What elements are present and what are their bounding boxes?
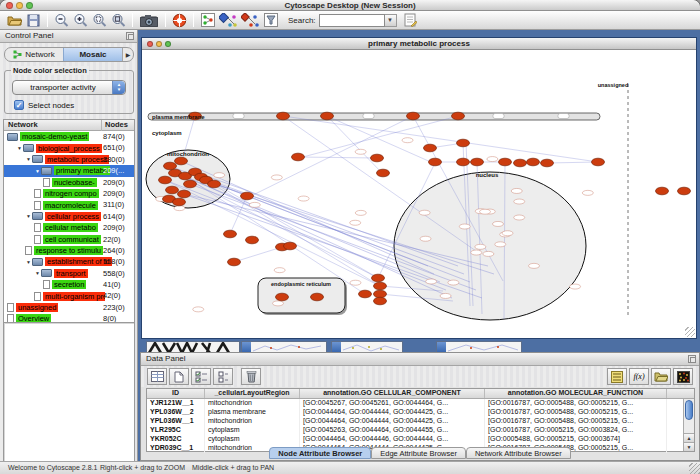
table-cell[interactable]: YKR052C	[147, 435, 205, 444]
tab-network[interactable]: Network	[5, 48, 63, 61]
table-cell[interactable]: YLR295C	[147, 426, 205, 435]
network-node[interactable]	[402, 138, 413, 143]
network-node[interactable]	[514, 159, 527, 167]
tree-row[interactable]: cell communicat22(0)	[4, 234, 134, 245]
float-panel-icon[interactable]	[126, 32, 134, 40]
network-node[interactable]	[311, 293, 324, 301]
new-attribute-icon[interactable]	[169, 368, 189, 385]
network-node[interactable]	[174, 206, 185, 211]
network-node[interactable]	[166, 186, 179, 194]
network-node[interactable]	[363, 114, 374, 119]
tree-row[interactable]: secretion41(0)	[4, 279, 134, 290]
attribute-list-icon[interactable]	[607, 368, 627, 385]
network-node[interactable]	[529, 263, 540, 268]
network-node[interactable]	[284, 242, 297, 250]
network-node[interactable]	[457, 139, 470, 147]
table-cell[interactable]: [GO:0045263, GO:0044464, GO:0044455, G..…	[300, 426, 485, 435]
table-cell[interactable]: [GO:0016787, GO:0005488, GO:0005215, G..…	[485, 408, 667, 417]
network-node[interactable]	[407, 112, 420, 120]
expander-icon[interactable]: ▼	[25, 156, 32, 162]
tab-edge-attribute-browser[interactable]: Edge Attribute Browser	[371, 447, 466, 459]
table-cell[interactable]: [GO:0044464, GO:0044444, GO:0044425, G..…	[300, 417, 485, 426]
network-node[interactable]	[480, 209, 491, 214]
tree-row[interactable]: mosaic-demo-yeast874(0)	[4, 131, 134, 142]
network-canvas[interactable]: plasma membranecytoplasmmitochondrionnuc…	[143, 51, 695, 337]
table-cell[interactable]: YPL036W__1	[147, 417, 205, 426]
col-id[interactable]: ID	[147, 389, 205, 398]
network-node[interactable]	[511, 188, 522, 193]
float-panel-icon[interactable]	[688, 355, 696, 363]
network-node[interactable]	[241, 192, 254, 200]
network-node[interactable]	[184, 180, 197, 188]
network-node[interactable]	[419, 210, 430, 215]
network-node[interactable]	[558, 114, 569, 119]
network-node[interactable]	[350, 220, 361, 225]
frame-resize-grip[interactable]	[685, 327, 695, 337]
network-node[interactable]	[471, 158, 484, 166]
network-node[interactable]	[514, 199, 525, 204]
expander-icon[interactable]: ▼	[16, 145, 23, 151]
table-cell[interactable]: YJR121W__1	[147, 399, 205, 408]
network-box-icon[interactable]	[198, 12, 217, 29]
network-node[interactable]	[440, 293, 451, 298]
network-node[interactable]	[656, 187, 669, 195]
import-attributes-folder-icon[interactable]	[651, 368, 671, 385]
tree-row[interactable]: multi-organism pro42(0)	[4, 290, 134, 301]
tree-row[interactable]: nucleobase-209(0)	[4, 177, 134, 188]
network-node[interactable]	[350, 280, 361, 285]
network-node[interactable]	[448, 280, 459, 285]
unselect-attributes-icon[interactable]	[213, 368, 233, 385]
zoom-in-icon[interactable]	[71, 12, 90, 29]
save-icon[interactable]	[24, 12, 43, 29]
expander-icon[interactable]: ▼	[34, 168, 41, 174]
table-cell[interactable]: YPL036W__2	[147, 408, 205, 417]
search-input[interactable]	[319, 14, 385, 27]
table-row[interactable]: YLR295Ccytoplasm[GO:0045263, GO:0044464,…	[147, 426, 694, 435]
network-node[interactable]	[175, 157, 188, 165]
network-node[interactable]	[178, 190, 191, 198]
annotation-notebook-icon[interactable]	[401, 12, 420, 29]
network-node[interactable]	[355, 210, 366, 215]
network-node[interactable]	[159, 176, 172, 184]
network-node[interactable]	[377, 169, 390, 177]
network-node[interactable]	[426, 279, 437, 284]
col-molecular-function[interactable]: annotation.GO MOLECULAR_FUNCTION	[485, 389, 667, 398]
network-node[interactable]	[208, 180, 221, 188]
network-edit-icon[interactable]	[239, 12, 261, 29]
tree-row[interactable]: ▼biological_process651(0)	[4, 142, 134, 153]
network-node[interactable]	[372, 274, 385, 282]
tree-row[interactable]: unassigned223(0)	[4, 302, 134, 313]
network-node[interactable]	[164, 162, 177, 170]
expander-icon[interactable]: ▼	[25, 259, 32, 265]
network-node[interactable]	[271, 175, 282, 180]
formula-fx-icon[interactable]: f(x)	[629, 368, 649, 385]
scrollbar-thumb[interactable]	[685, 400, 693, 420]
network-node[interactable]	[276, 293, 289, 301]
network-node[interactable]	[475, 244, 486, 249]
network-node[interactable]	[355, 149, 366, 154]
filter-box-icon[interactable]	[261, 12, 280, 29]
table-cell[interactable]: [GO:0044464, GO:0044446, GO:0044444, G..…	[300, 435, 485, 444]
network-node[interactable]	[592, 158, 605, 166]
network-node[interactable]	[193, 307, 204, 312]
network-node[interactable]	[483, 251, 494, 256]
window-resize-grip[interactable]	[689, 463, 700, 474]
network-node[interactable]	[173, 198, 186, 206]
tree-row[interactable]: ▼cellular process614(0)	[4, 211, 134, 222]
network-node[interactable]	[374, 297, 387, 305]
birds-eye-view[interactable]	[3, 322, 135, 473]
tree-row[interactable]: ▼transport558(0)	[4, 268, 134, 279]
network-node[interactable]	[429, 158, 442, 166]
network-node[interactable]	[246, 236, 259, 244]
tree-row[interactable]: cellular metabo209(0)	[4, 222, 134, 233]
zoom-out-icon[interactable]	[52, 12, 71, 29]
network-frame-titlebar[interactable]: primary metabolic process	[142, 38, 696, 50]
network-node[interactable]	[493, 114, 504, 119]
tab-mosaic[interactable]: Mosaic	[63, 48, 122, 61]
tree-row[interactable]: ▼primary metabo209(...	[4, 165, 134, 176]
network-node[interactable]	[298, 196, 309, 201]
table-cell[interactable]: [GO:0045267, GO:0045261, GO:0044464, G..…	[300, 399, 485, 408]
network-node[interactable]	[233, 114, 244, 119]
network-node[interactable]	[570, 284, 581, 289]
network-node[interactable]	[420, 236, 431, 241]
